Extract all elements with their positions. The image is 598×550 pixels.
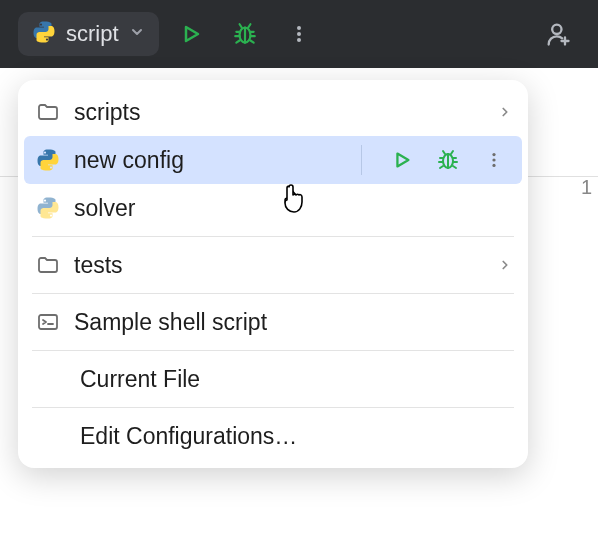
run-button[interactable] bbox=[380, 142, 424, 178]
debug-button[interactable] bbox=[223, 12, 267, 56]
run-config-selector[interactable]: script bbox=[18, 12, 159, 56]
folder-item-scripts[interactable]: scripts bbox=[18, 88, 528, 136]
python-icon bbox=[32, 20, 56, 48]
chevron-right-icon bbox=[498, 252, 512, 278]
more-actions-button[interactable] bbox=[277, 12, 321, 56]
run-button[interactable] bbox=[169, 12, 213, 56]
svg-point-6 bbox=[492, 153, 495, 156]
menu-item-label: tests bbox=[74, 252, 123, 279]
folder-item-tests[interactable]: tests bbox=[18, 241, 528, 289]
play-icon bbox=[391, 149, 413, 171]
folder-icon bbox=[34, 98, 62, 126]
svg-point-7 bbox=[492, 158, 495, 161]
bug-icon bbox=[232, 21, 258, 47]
bug-icon bbox=[436, 148, 460, 172]
python-icon bbox=[34, 194, 62, 222]
svg-point-3 bbox=[297, 38, 301, 42]
menu-item-current-file[interactable]: Current File bbox=[18, 355, 528, 403]
chevron-right-icon bbox=[498, 99, 512, 125]
menu-divider bbox=[32, 236, 514, 237]
menu-item-label: scripts bbox=[74, 99, 140, 126]
menu-item-label: Sample shell script bbox=[74, 309, 267, 336]
chevron-down-icon bbox=[129, 24, 145, 44]
user-plus-icon bbox=[544, 20, 572, 48]
menu-item-label: Current File bbox=[80, 366, 200, 393]
config-item-sample-shell[interactable]: Sample shell script bbox=[18, 298, 528, 346]
debug-button[interactable] bbox=[426, 142, 470, 178]
editor-line-number: 1 bbox=[581, 176, 592, 199]
svg-point-8 bbox=[492, 164, 495, 167]
config-item-solver[interactable]: solver bbox=[18, 184, 528, 232]
more-vert-icon bbox=[289, 24, 309, 44]
vertical-separator bbox=[361, 145, 362, 175]
menu-item-label: new config bbox=[74, 147, 184, 174]
svg-point-2 bbox=[297, 32, 301, 36]
svg-point-1 bbox=[297, 26, 301, 30]
menu-item-label: Edit Configurations… bbox=[80, 423, 297, 450]
shell-script-icon bbox=[34, 308, 62, 336]
menu-item-label: solver bbox=[74, 195, 135, 222]
config-item-actions bbox=[380, 142, 516, 178]
menu-item-edit-configurations[interactable]: Edit Configurations… bbox=[18, 412, 528, 460]
more-actions-button[interactable] bbox=[472, 142, 516, 178]
config-item-new-config[interactable]: new config bbox=[24, 136, 522, 184]
run-config-dropdown: scripts new config bbox=[18, 80, 528, 468]
menu-divider bbox=[32, 293, 514, 294]
play-icon bbox=[179, 22, 203, 46]
menu-divider bbox=[32, 350, 514, 351]
main-toolbar: script bbox=[0, 0, 598, 68]
add-user-button[interactable] bbox=[536, 12, 580, 56]
folder-icon bbox=[34, 251, 62, 279]
menu-divider bbox=[32, 407, 514, 408]
more-vert-icon bbox=[485, 151, 503, 169]
run-config-label: script bbox=[66, 21, 119, 47]
svg-point-4 bbox=[552, 25, 561, 34]
svg-rect-9 bbox=[39, 315, 57, 329]
python-icon bbox=[34, 146, 62, 174]
